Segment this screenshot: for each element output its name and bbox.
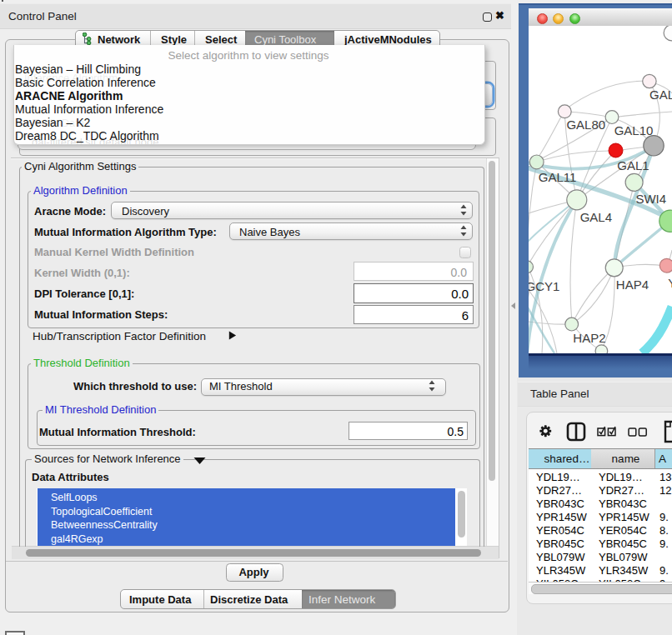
svg-text:GAL1: GAL1 [617,158,649,172]
svg-text:GCY1: GCY1 [529,279,559,293]
svg-text:GAL11: GAL11 [539,170,577,184]
svg-text:GAL4: GAL4 [580,210,612,224]
svg-text:HAP4: HAP4 [616,278,649,292]
svg-text:Y: Y [668,276,672,290]
svg-text:GAL80: GAL80 [566,118,605,132]
svg-text:SWI4: SWI4 [635,192,666,206]
svg-text:HAP2: HAP2 [573,331,605,345]
svg-text:GAL10: GAL10 [614,123,654,138]
svg-text:GAL7: GAL7 [649,88,672,102]
